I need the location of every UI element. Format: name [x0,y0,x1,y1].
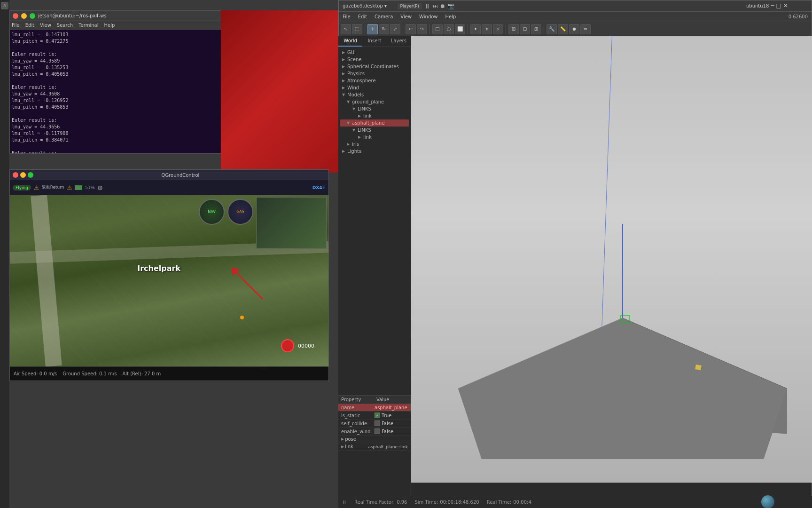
terminal-close-btn[interactable] [13,13,18,19]
3d-viewport[interactable] [411,36,812,483]
prop-pose-label: pose [345,437,376,442]
real-time-label: Real Time: [487,500,512,505]
gz-ruler-tool[interactable]: 📏 [558,24,568,34]
tree-link-asphalt[interactable]: ▶ link [340,134,409,141]
gz-snap-tool[interactable]: ⊡ [520,24,530,34]
terminal-menu-file[interactable]: File [12,23,20,28]
wind-checkbox[interactable] [375,429,380,434]
qgc-min-btn[interactable] [20,172,26,178]
prop-row-collide[interactable]: self_collide False [338,420,411,428]
gz-select-tool[interactable]: ⬚ [352,24,362,34]
tab-layers[interactable]: Layers [387,36,411,47]
terminal-menu-search[interactable]: Search [57,23,73,28]
gz-sphere-tool[interactable]: ○ [444,24,454,34]
tab-insert[interactable]: Insert [362,36,386,47]
prop-row-link[interactable]: ▶ link asphalt_plane::link [338,443,411,451]
terminal-max-btn[interactable] [30,13,35,19]
taskbar-item[interactable]: A [1,2,8,9]
record-gz-btn[interactable]: ⏺ [440,3,445,9]
screenshot-btn[interactable]: 📷 [447,3,454,9]
terminal-line: lmu_roll = -0.117908 [12,130,228,137]
tree-lights[interactable]: ▶ Lights [340,148,409,155]
gz-grid-tool[interactable]: ⊞ [531,24,541,34]
tree-models[interactable]: ▼ Models [340,91,409,98]
gazebo-titlebar: gazebo9.desktop ▾ Player(P) ⏸ ⏭ ⏺ 📷 ubun… [339,0,812,12]
terminal-menu-view[interactable]: View [40,23,51,28]
min-win-btn[interactable]: ─ [771,2,774,9]
qgc-titlebar: QGroundControl [10,170,328,180]
tree-links-asphalt[interactable]: ▼ LINKS [340,127,409,134]
toolbar-sep2 [403,24,403,34]
max-win-btn[interactable]: □ [776,2,781,9]
arrow-icon: ▶ [342,71,346,76]
qgc-close-btn[interactable] [13,172,18,178]
tree-spherical-coords[interactable]: ▶ Spherical Coordinates [340,63,409,70]
gz-menu-file[interactable]: File [343,14,351,19]
tree-atmosphere[interactable]: ▶ Atmosphere [340,77,409,84]
arrow-icon: ▼ [352,128,356,132]
arrow-icon: ▶ [342,86,346,90]
collide-checkbox[interactable] [375,421,380,426]
tab-world[interactable]: World [338,36,362,47]
terminal-menu-help[interactable]: Help [104,23,115,28]
step-btn[interactable]: ⏭ [432,3,438,9]
gz-record-tool[interactable]: ⏺ [569,24,579,34]
gz-box-tool[interactable]: □ [432,24,443,34]
gz-translate-tool[interactable]: ✛ [367,24,378,34]
gz-menu-edit[interactable]: Edit [358,14,367,19]
qgc-max-btn[interactable] [28,172,33,178]
tree-wind[interactable]: ▶ Wind [340,84,409,91]
terminal-line [12,78,228,84]
gz-menu-help[interactable]: Help [445,14,456,19]
return-label[interactable]: 返航Return [42,184,64,190]
prop-collide-label: self_collide [341,421,375,426]
tree-link-ground[interactable]: ▶ link [340,112,409,119]
gz-pointlight-tool[interactable]: ✦ [470,24,481,34]
gz-magnet-tool[interactable]: 🔧 [547,24,557,34]
gz-undo-tool[interactable]: ↩ [406,24,416,34]
gz-scale-tool[interactable]: ⤢ [390,24,400,34]
tree-asphalt-plane[interactable]: ▼ asphalt_plane [340,119,409,127]
player-label[interactable]: Player(P) [398,3,422,9]
static-checkbox[interactable]: ✓ [375,413,380,418]
tree-physics[interactable]: ▶ Physics [340,70,409,77]
gz-layers-tool[interactable]: ≡ [580,24,591,34]
tree-ground-plane[interactable]: ▼ ground_plane [340,98,409,105]
tree-iris[interactable]: ▶ iris [340,141,409,148]
tree-scene[interactable]: ▶ Scene [340,56,409,63]
prop-row-static[interactable]: is_static ✓ True [338,412,411,420]
terminal-menu-terminal[interactable]: Terminal [78,23,98,28]
arrow-icon: ▼ [347,121,351,125]
tree-gui[interactable]: ▶ GUI [340,49,409,56]
gz-menu-view[interactable]: View [400,14,412,19]
qgc-window: QGroundControl Flying ⚠ 返航Return ⚠ 51% ⊕… [9,169,329,381]
record-button[interactable] [281,339,294,352]
tree-links-ground[interactable]: ▼ LINKS [340,105,409,112]
gz-dirlight-tool[interactable]: ☀ [482,24,492,34]
terminal-content[interactable]: lmu_roll = -0.147103 lmu_pitch = 0.47227… [10,30,230,153]
prop-row-wind[interactable]: enable_wind False [338,428,411,436]
arrow-icon: ▶ [358,135,362,139]
gz-align-tool[interactable]: ⊞ [508,24,519,34]
gz-rotate-tool[interactable]: ↻ [379,24,389,34]
gz-cylinder-tool[interactable]: ⬜ [455,24,465,34]
world-sphere-icon [761,495,774,508]
terminal-menu-edit[interactable]: Edit [25,23,34,28]
pause-status[interactable]: ⏸ [342,500,347,505]
terminal-line: Euler result is: [12,51,228,58]
qgc-map[interactable]: Irchelpark 00000 NAV GAS [10,195,328,366]
pause-btn[interactable]: ⏸ [424,2,430,10]
gz-menu-window[interactable]: Window [419,14,437,19]
close-win-btn[interactable]: ✕ [783,2,788,9]
toolbar-sep3 [429,24,430,34]
terminal-line: Euler result is: [12,117,228,124]
gz-cursor-tool[interactable]: ↖ [341,24,351,34]
gz-redo-tool[interactable]: ↪ [417,24,427,34]
gz-spotlight-tool[interactable]: ⚡ [493,24,503,34]
compass-label: NAV [208,210,215,214]
gz-menu-camera[interactable]: Camera [375,14,393,19]
prop-row-pose[interactable]: ▶ pose [338,436,411,443]
gazebo-statusbar: ⏸ Real Time Factor: 0.96 Sim Time: 00:00… [338,496,812,508]
prop-row-name[interactable]: name asphalt_plane [338,404,411,412]
terminal-min-btn[interactable] [21,13,27,19]
